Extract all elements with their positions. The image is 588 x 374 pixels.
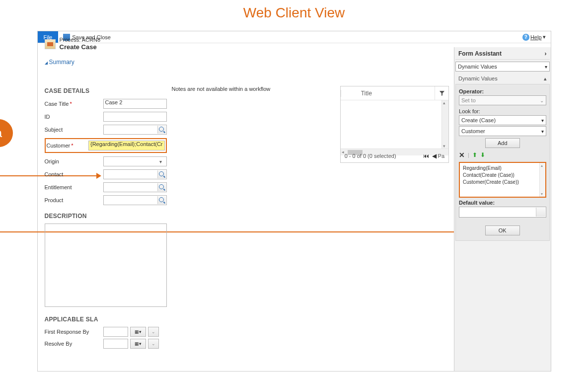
sla-title: APPLICABLE SLA [45,316,167,323]
lookup-icon [159,127,165,133]
first-response-label: First Response By [45,329,103,335]
help-label: Help [530,34,542,40]
app-frame: a File Save and Close ? Help ▾ Process: … [37,31,551,372]
filter-icon[interactable] [435,86,448,100]
look-for-attribute-select[interactable]: Customer [459,126,546,136]
customer-highlight: Customer* {Regarding(Email);Contact(Cr [45,138,167,153]
notes-unavailable-text: Notes are not available within a workflo… [172,86,330,92]
chevron-down-icon: ▾ [543,34,546,40]
id-label: ID [45,114,103,120]
case-details-title: CASE DETAILS [45,87,167,94]
id-input[interactable] [103,112,167,122]
contact-lookup[interactable] [103,169,167,179]
dynamic-values-list[interactable]: Regarding(Email) Contact(Create (Case)) … [459,162,546,198]
collapse-icon[interactable]: › [545,50,547,57]
subgrid-title-column[interactable]: Title [341,90,435,97]
first-response-date-input[interactable] [103,327,128,337]
product-lookup[interactable] [103,195,167,205]
notes-column: Notes are not available within a workflo… [167,47,335,371]
subject-label: Subject [45,127,103,133]
contact-label: Contact [45,171,103,177]
add-button[interactable]: Add [485,138,520,148]
customer-label: Customer* [47,143,89,149]
entitlement-label: Entitlement [45,184,103,190]
entitlement-lookup[interactable] [103,182,167,192]
collapse-up-icon[interactable]: ▴ [544,75,547,82]
description-title: DESCRIPTION [45,213,167,220]
operator-label: Operator: [459,88,546,94]
pager-text: 0 - 0 of 0 (0 selected) [345,153,396,159]
page-title: Web Client View [0,0,588,31]
separator: | [468,152,469,158]
subgrid-panel: Title 0 - 0 of 0 (0 selected) ⏮ ◀ Pa [340,86,449,163]
resolve-by-time-input[interactable]: ⌄ [148,339,159,349]
product-label: Product [45,197,103,203]
subgrid-column: Title 0 - 0 of 0 (0 selected) ⏮ ◀ Pa [335,47,454,371]
origin-label: Origin [45,158,103,164]
list-item[interactable]: Contact(Create (Case)) [463,172,542,179]
default-value-lookup[interactable] [459,207,546,218]
lookup-icon [538,209,544,215]
lookup-icon [159,197,165,203]
default-value-label: Default value: [459,200,546,206]
resolve-by-date-input[interactable] [103,339,128,349]
look-for-label: Look for: [459,108,546,114]
case-title-input[interactable]: Case 2 [103,99,167,109]
help-button[interactable]: ? Help ▾ [517,34,551,41]
subject-lookup[interactable] [103,125,167,135]
help-icon: ? [522,34,529,41]
resolve-by-label: Resolve By [45,341,103,347]
form-assistant-title: Form Assistant [458,50,502,57]
lookup-icon [159,184,165,190]
list-item[interactable]: Customer(Create (Case)) [463,179,542,186]
ok-button[interactable]: OK [485,225,520,235]
first-response-time-input[interactable]: ⌄ [148,327,159,337]
look-for-entity-select[interactable]: Create (Case) [459,115,546,125]
remove-icon[interactable]: ✕ [459,151,465,159]
customer-input[interactable]: {Regarding(Email);Contact(Cr [88,141,165,150]
case-title-label: Case Title* [45,101,103,107]
case-details-column: CASE DETAILS Case Title* Case 2 ID Subje… [38,47,167,371]
annotation-badge: a [0,119,13,147]
operator-select[interactable]: Set to [459,95,546,105]
vertical-scrollbar[interactable] [539,163,545,197]
lookup-icon [159,171,165,177]
prev-page-icon[interactable]: ◀ [431,152,438,159]
origin-select[interactable] [103,156,167,166]
dynamic-values-subtitle: Dynamic Values [458,75,498,82]
form-assistant-panel: Form Assistant › Dynamic Values Dynamic … [454,47,550,371]
description-textarea[interactable] [45,224,167,307]
page-label: Pa [438,153,444,159]
dynamic-values-select[interactable]: Dynamic Values [455,62,549,72]
first-page-icon[interactable]: ⏮ [422,152,431,159]
calendar-icon[interactable]: ▦▾ [130,327,146,337]
move-down-icon[interactable]: ⬇ [480,151,485,158]
calendar-icon[interactable]: ▦▾ [130,339,146,349]
vertical-scrollbar[interactable] [441,100,448,149]
list-item[interactable]: Regarding(Email) [463,165,542,172]
move-up-icon[interactable]: ⬆ [472,151,477,158]
process-label: Process: ACRN8 [60,36,101,43]
top-bar: File Save and Close ? Help ▾ [38,31,551,43]
